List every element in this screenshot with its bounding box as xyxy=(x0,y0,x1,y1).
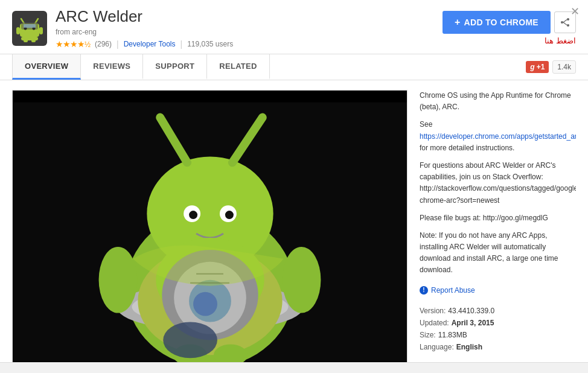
developer-tools-link[interactable]: Developer Tools xyxy=(124,40,176,48)
add-to-chrome-label: ADD TO CHROME xyxy=(464,18,538,27)
desc-para5: Note: If you do not have any ARC Apps, i… xyxy=(420,231,558,275)
review-count: (296) xyxy=(95,40,112,48)
app-icon-svg xyxy=(15,14,44,43)
plus-icon: + xyxy=(455,17,461,28)
tabs-bar: OVERVIEW REVIEWS SUPPORT RELATED g +1 1.… xyxy=(0,54,588,80)
svg-point-14 xyxy=(561,21,563,24)
desc-para1: Chrome OS using the App Runtime for Chro… xyxy=(420,91,571,111)
info-panel: Chrome OS using the App Runtime for Chro… xyxy=(420,90,576,373)
android-screenshot-svg xyxy=(13,91,407,373)
report-abuse-label: Report Abuse xyxy=(431,285,475,296)
desc-para2-rest: for more detailed instructions. xyxy=(420,144,514,152)
version-label: Version: xyxy=(420,305,446,316)
updated-value: April 3, 2015 xyxy=(452,317,494,328)
svg-rect-9 xyxy=(31,39,36,42)
svg-point-38 xyxy=(163,322,217,359)
language-row: Language: English xyxy=(420,342,576,352)
description-block-4: Please file bugs at: http://goo.gl/megdl… xyxy=(420,212,576,224)
description-block-5: Note: If you do not have any ARC Apps, i… xyxy=(420,230,576,276)
app-info: ARC Welder from arc-eng ★★★★½ (296) | De… xyxy=(56,7,233,49)
report-abuse-icon: ! xyxy=(420,286,428,295)
tab-related[interactable]: RELATED xyxy=(207,54,270,80)
size-row: Size: 11.83MB xyxy=(420,330,576,340)
desc-para3: For questions about ARC Welder or ARC's … xyxy=(420,161,576,205)
description-block-1: Chrome OS using the App Runtime for Chro… xyxy=(420,90,576,113)
svg-point-24 xyxy=(189,211,197,219)
app-meta: ★★★★½ (296) | Developer Tools | 119,035 … xyxy=(56,39,233,49)
svg-point-37 xyxy=(193,292,217,316)
gplus-badge[interactable]: g +1 xyxy=(526,61,549,73)
svg-line-16 xyxy=(563,22,567,25)
app-header: ARC Welder from arc-eng ★★★★½ (296) | De… xyxy=(0,0,588,54)
svg-rect-5 xyxy=(21,37,38,40)
svg-rect-7 xyxy=(39,27,43,34)
header-left: ARC Welder from arc-eng ★★★★½ (296) | De… xyxy=(12,7,233,49)
updated-row: Updated: April 3, 2015 xyxy=(420,317,576,328)
tab-reviews[interactable]: REVIEWS xyxy=(81,54,143,80)
screenshot-area xyxy=(12,90,407,373)
app-icon xyxy=(12,11,47,46)
desc-para4: Please file bugs at: http://goo.gl/megdl… xyxy=(420,214,548,222)
size-label: Size: xyxy=(420,330,436,340)
see-label: See xyxy=(420,120,432,129)
main-content: Chrome OS using the App Runtime for Chro… xyxy=(0,80,588,373)
svg-rect-11 xyxy=(24,24,36,28)
version-row: Version: 43.4410.339.0 xyxy=(420,305,576,316)
tab-support[interactable]: SUPPORT xyxy=(143,54,207,80)
app-author: from arc-eng xyxy=(56,28,233,36)
description-block-2: See https://developer.chrome.com/apps/ge… xyxy=(420,119,576,154)
language-value: English xyxy=(456,342,482,352)
header-buttons: + ADD TO CHROME xyxy=(443,11,576,34)
size-value: 11.83MB xyxy=(438,330,467,340)
svg-point-31 xyxy=(283,247,321,313)
updated-label: Updated: xyxy=(420,317,449,328)
rating-stars: ★★★★½ xyxy=(56,39,90,49)
svg-line-15 xyxy=(563,20,567,23)
svg-rect-6 xyxy=(16,27,20,34)
tabs-right: g +1 1.4k xyxy=(526,60,576,74)
arabic-text: اضغط هنا xyxy=(545,36,576,45)
share-count: 1.4k xyxy=(552,60,576,74)
svg-point-13 xyxy=(567,24,569,27)
users-count: 119,035 users xyxy=(187,40,233,48)
meta-info-table: Version: 43.4410.339.0 Updated: April 3,… xyxy=(420,305,576,354)
share-icon xyxy=(560,18,570,27)
version-value: 43.4410.339.0 xyxy=(448,305,494,316)
header-right: + ADD TO CHROME اضغط هنا xyxy=(443,11,576,45)
gplus-symbol: g xyxy=(530,63,534,71)
close-button[interactable]: ✕ xyxy=(570,6,580,17)
getstarted-arc-link[interactable]: https://developer.chrome.com/apps/getsta… xyxy=(420,132,576,141)
meta-divider2: | xyxy=(181,39,183,49)
description-block-3: For questions about ARC Welder or ARC's … xyxy=(420,160,576,206)
report-abuse-link[interactable]: ! Report Abuse xyxy=(420,285,576,296)
tab-overview[interactable]: OVERVIEW xyxy=(12,54,81,80)
language-label: Language: xyxy=(420,342,454,352)
svg-point-25 xyxy=(225,211,234,219)
bottom-bar xyxy=(0,362,588,373)
svg-point-12 xyxy=(567,18,569,21)
svg-rect-8 xyxy=(24,39,28,42)
add-to-chrome-button[interactable]: + ADD TO CHROME xyxy=(443,11,551,34)
svg-point-30 xyxy=(99,247,138,313)
gplus-plus: +1 xyxy=(537,63,545,71)
app-title: ARC Welder xyxy=(56,7,233,26)
meta-divider: | xyxy=(117,39,119,49)
